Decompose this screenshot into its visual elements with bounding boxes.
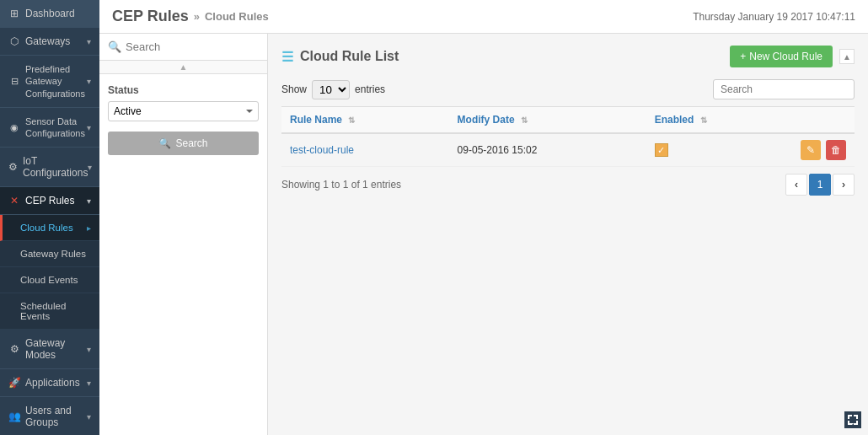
sort-icon: ⇅ [700,115,707,125]
sidebar-item-gateway-modes[interactable]: ⚙ Gateway Modes ▾ [0,330,99,369]
chevron-down-icon: ▾ [88,163,92,172]
showing-entries-text: Showing 1 to 1 of 1 entries [281,179,401,191]
filter-body: Status Active Inactive 🔍 Search [99,74,267,165]
bottom-right-icon[interactable] [844,411,861,428]
iot-icon: ⚙ [8,161,18,173]
sidebar-item-label: Gateways [20,35,87,47]
sidebar-item-label: IoT Configurations [18,155,88,179]
col-enabled[interactable]: Enabled ⇅ [646,107,787,134]
status-label: Status [108,84,259,96]
show-entries: Show 10 25 50 entries [281,80,385,99]
topbar: CEP Rules » Cloud Rules Thursday January… [99,0,868,34]
col-enabled-label: Enabled [655,114,694,126]
sidebar-item-cloud-events[interactable]: Cloud Events [0,267,99,293]
cloud-rule-list-title: Cloud Rule List [300,49,399,64]
pagination: ‹ 1 › [785,174,855,196]
chevron-down-icon: ▾ [87,37,91,46]
rule-panel-title: ☰ Cloud Rule List [281,49,399,65]
chevron-down-icon: ▾ [87,379,91,388]
search-btn-icon: 🔍 [158,137,171,149]
delete-button[interactable]: 🗑 [826,140,846,160]
sidebar-item-gateways[interactable]: ⬡ Gateways ▾ [0,28,99,56]
checkmark-icon: ✓ [657,145,665,156]
gateways-icon: ⬡ [8,35,20,47]
sidebar-item-iot[interactable]: ⚙ IoT Configurations ▾ [0,148,99,187]
show-label: Show [281,83,307,95]
prev-page-button[interactable]: ‹ [785,174,807,196]
col-rule-name[interactable]: Rule Name ⇅ [281,107,449,134]
sidebar-subitem-label: Cloud Events [15,275,91,285]
breadcrumb: CEP Rules » Cloud Rules [112,8,269,25]
page-1-button[interactable]: 1 [809,174,831,196]
sidebar-item-label: Users and Groups [20,405,87,428]
sidebar-item-cep-rules[interactable]: ✕ CEP Rules ▾ [0,187,99,215]
sidebar-item-applications[interactable]: 🚀 Applications ▾ [0,369,99,397]
predefined-icon: ⊟ [8,75,20,87]
sort-icon: ⇅ [521,115,528,125]
chevron-down-icon: ▾ [87,76,91,87]
sidebar: ⊞ Dashboard ⬡ Gateways ▾ ⊟ Predefined Ga… [0,0,99,435]
col-modify-date[interactable]: Modify Date ⇅ [449,107,646,134]
filter-search-button[interactable]: 🔍 Search [108,132,259,155]
chevron-down-icon: ▾ [87,196,91,206]
breadcrumb-sub: Cloud Rules [205,10,269,23]
entries-label: entries [355,83,385,95]
table-row: test-cloud-rule 09-05-2016 15:02 ✓ ✎ 🗑 [281,133,855,167]
page-title: CEP Rules [112,8,189,25]
table-controls: Show 10 25 50 entries [281,79,855,99]
sidebar-item-cloud-rules[interactable]: Cloud Rules ▸ [0,215,99,241]
col-rule-name-label: Rule Name [290,114,342,126]
entries-select[interactable]: 10 25 50 [312,80,350,99]
chevron-down-icon: ▾ [87,412,91,422]
sidebar-subitem-label: Cloud Rules [15,223,87,233]
modes-icon: ⚙ [8,343,20,355]
filter-panel: 🔍 ▲ Status Active Inactive 🔍 Search [99,34,268,435]
sidebar-item-users[interactable]: 👥 Users and Groups ▾ [0,397,99,435]
chevron-right-icon: ▸ [87,223,91,233]
list-icon: ☰ [281,49,293,65]
sidebar-item-label: Dashboard [20,8,91,19]
main-content: CEP Rules » Cloud Rules Thursday January… [99,0,868,435]
cep-icon: ✕ [8,195,20,207]
sidebar-item-sensor-data[interactable]: ◉ Sensor Data Configurations ▾ [0,108,99,148]
filter-scroll-up: ▲ [99,61,267,74]
sidebar-item-predefined-gateway[interactable]: ⊟ Predefined Gateway Configurations ▾ [0,56,99,108]
cell-actions: ✎ 🗑 [787,133,855,167]
sidebar-item-gateway-rules[interactable]: Gateway Rules [0,241,99,267]
cloud-rules-table: Rule Name ⇅ Modify Date ⇅ Enabled ⇅ [281,106,855,167]
sort-icon: ⇅ [348,115,355,125]
datetime-display: Thursday January 19 2017 10:47:11 [693,11,855,23]
new-cloud-rule-button[interactable]: + New Cloud Rule [730,46,833,67]
rule-panel-header: ☰ Cloud Rule List + New Cloud Rule ▲ [281,46,855,67]
cell-rule-name: test-cloud-rule [281,133,449,167]
users-icon: 👥 [8,411,20,422]
sidebar-submenu-cep: Cloud Rules ▸ Gateway Rules Cloud Events… [0,215,99,330]
cell-modify-date: 09-05-2016 15:02 [449,133,646,167]
sensor-icon: ◉ [8,121,20,133]
scroll-up-icon: ▲ [179,62,188,72]
breadcrumb-separator: » [194,10,200,23]
search-icon: 🔍 [108,40,121,53]
table-search-box [713,79,855,99]
enabled-checkbox[interactable]: ✓ [655,143,668,157]
new-btn-label: New Cloud Rule [749,51,822,62]
sidebar-item-label: Sensor Data Configurations [20,115,87,140]
expand-icon [848,415,858,425]
edit-button[interactable]: ✎ [801,140,821,160]
status-select[interactable]: Active Inactive [108,101,259,121]
sidebar-item-scheduled-events[interactable]: Scheduled Events [0,293,99,330]
apps-icon: 🚀 [8,377,20,389]
filter-search-input[interactable] [126,40,267,53]
sidebar-item-label: Applications [20,377,87,389]
search-btn-label: Search [175,137,207,149]
next-page-button[interactable]: › [833,174,855,196]
sidebar-item-label: Predefined Gateway Configurations [20,63,87,99]
col-modify-date-label: Modify Date [458,114,515,126]
panel-scroll-up-btn[interactable]: ▲ [839,49,855,64]
table-search-input[interactable] [713,79,855,99]
table-footer: Showing 1 to 1 of 1 entries ‹ 1 › [281,174,855,196]
filter-search-bar: 🔍 [99,34,267,61]
sidebar-item-dashboard[interactable]: ⊞ Dashboard [0,0,99,28]
col-actions [787,107,855,134]
chevron-down-icon: ▾ [87,345,91,354]
